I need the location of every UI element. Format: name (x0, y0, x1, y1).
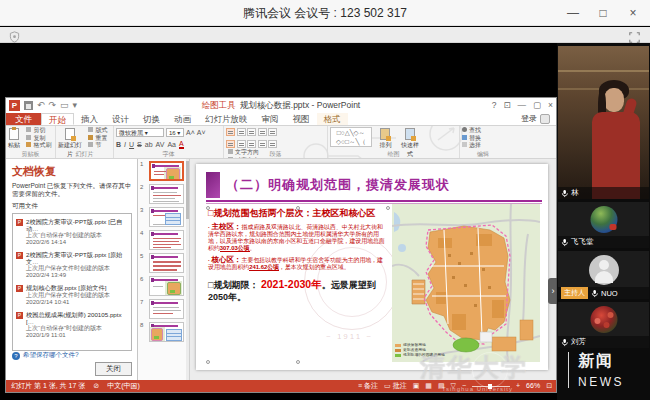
redo-icon[interactable]: ↷ (49, 99, 57, 112)
recovery-help-link[interactable]: ? 希望保存哪个文件? (12, 351, 79, 360)
format-painter-button[interactable]: 格式刷 (26, 142, 51, 150)
strikethrough-button[interactable]: S (137, 141, 142, 148)
recovery-file-item[interactable]: P 2校园院方案审议-PPT版.pptx [已自动… 上次“自动保存”时创建的版… (15, 216, 129, 249)
justify-button[interactable] (258, 140, 267, 148)
tab-file[interactable]: 文件 (6, 113, 41, 125)
recovery-file-item[interactable]: P 校园总规成果(规划师) 200105.pptx [… 上次“自动保存”时创建… (15, 309, 129, 342)
ppt-file-icon: P (16, 252, 23, 259)
layout-button[interactable]: 版式 (88, 127, 107, 135)
selection-handle[interactable] (386, 206, 390, 210)
line-spacing-button[interactable] (268, 128, 277, 136)
sign-in[interactable]: 登录 (521, 113, 550, 124)
columns-button[interactable] (268, 140, 277, 148)
thumbnail-slide-1[interactable]: 1 (140, 161, 184, 181)
cut-button[interactable]: 剪切 (26, 127, 51, 135)
thumbnail-slide-6[interactable]: 6 (140, 276, 184, 296)
ppt-minimize-icon[interactable]: — (518, 98, 527, 113)
accessibility-icon[interactable]: ⊘ (93, 380, 99, 392)
thumbnail-slide-7[interactable]: 7 (140, 299, 184, 319)
minimize-icon[interactable]: — (558, 0, 588, 26)
reset-button[interactable]: 重置 (88, 135, 107, 143)
selection-handle[interactable] (296, 360, 300, 364)
select-button[interactable]: 选择 (462, 142, 504, 150)
bullets-button[interactable] (226, 128, 235, 136)
maximize-icon[interactable]: □ (588, 0, 618, 26)
align-left-button[interactable] (226, 140, 235, 148)
selection-handle[interactable] (206, 206, 210, 210)
align-center-button[interactable] (237, 140, 246, 148)
tab-insert[interactable]: 插入 (74, 113, 105, 125)
thumbnail-slide-8[interactable]: 8 (140, 322, 184, 342)
undo-icon[interactable]: ↶ (37, 99, 45, 112)
paste-button[interactable]: 粘贴 (8, 127, 20, 150)
ppt-restore-icon[interactable]: ▢ (533, 98, 541, 113)
recovery-file-item[interactable]: P 2校园院方案审议-PPT版.pptx [原始文… 上次用户保存文件时创建的版… (15, 249, 129, 282)
ppt-title: 绘图工具规划核心数据.pptx - PowerPoint (126, 98, 436, 113)
font-color-button[interactable]: A (179, 140, 184, 149)
tab-format[interactable]: 格式 (317, 113, 348, 125)
participant-video-tile[interactable]: 飞飞堂 (558, 202, 649, 248)
shadow-button[interactable]: ab (145, 141, 153, 148)
replace-button[interactable]: 替换 (462, 135, 504, 143)
save-icon[interactable] (24, 101, 33, 110)
participant-video-tile[interactable]: 主持人 NUO (558, 251, 649, 299)
slide-sorter-icon[interactable]: ▦ (425, 380, 432, 392)
selection-handle[interactable] (206, 360, 210, 364)
tab-home[interactable]: 开始 (41, 113, 74, 125)
bold-button[interactable]: B (116, 141, 121, 148)
indent-decrease-button[interactable] (247, 128, 256, 136)
font-name-combo[interactable]: 微软雅黑 ▾ (116, 128, 164, 137)
align-right-button[interactable] (247, 140, 256, 148)
tab-slideshow[interactable]: 幻灯片放映 (198, 113, 255, 125)
participant-video-tile[interactable]: 林 (558, 46, 649, 199)
recovery-file-item[interactable]: P 规划核心数据.pptx [原始文件] 上次用户保存文件时创建的版本 2020… (15, 282, 129, 309)
thumbnail-slide-2[interactable]: 2 (140, 184, 184, 204)
ppt-close-icon[interactable]: × (548, 98, 553, 113)
thumbnail-slide-3[interactable]: 3 (140, 207, 184, 227)
language-status[interactable]: 中文(中国) (107, 380, 140, 392)
tab-review[interactable]: 审阅 (255, 113, 286, 125)
qat-dropdown-icon[interactable]: ▾ (73, 99, 78, 112)
italic-button[interactable]: I (124, 141, 126, 148)
comments-toggle[interactable]: ▭ 批注 (384, 380, 407, 392)
spacing-button[interactable]: AV (156, 141, 165, 148)
shapes-gallery[interactable]: □○△╲◇～ ◇○□～╲（ (330, 127, 372, 147)
fit-slide-icon[interactable]: ⊡ (546, 380, 552, 392)
tab-animations[interactable]: 动画 (167, 113, 198, 125)
tab-transitions[interactable]: 切换 (136, 113, 167, 125)
notes-toggle[interactable]: ≡ 备注 (358, 380, 378, 392)
recovery-close-button[interactable]: 关闭 (95, 362, 132, 376)
participant-avatar (590, 206, 617, 233)
zoom-out-icon[interactable]: − (462, 380, 466, 392)
ribbon-options-icon[interactable]: ⊡ (503, 98, 510, 113)
close-icon[interactable]: × (618, 0, 648, 26)
selection-handle[interactable] (296, 206, 300, 210)
font-size-combo[interactable]: 16 ▾ (166, 128, 184, 137)
slide-body-textbox[interactable]: □规划范围包括两个层次：主校区和核心区 · 主校区：指成府路及双清路以北、荷清路… (208, 208, 388, 303)
arrange-button[interactable]: 排列 (376, 127, 394, 150)
zoom-in-icon[interactable]: + (516, 380, 520, 392)
case-button[interactable]: Aa (167, 141, 176, 148)
indent-increase-button[interactable] (258, 128, 267, 136)
grow-font-icon[interactable]: A˄ (186, 129, 195, 136)
numbering-button[interactable] (237, 128, 246, 136)
underline-button[interactable]: U (129, 141, 134, 148)
reading-view-icon[interactable]: ▤ (438, 380, 445, 392)
help-icon[interactable]: ? (492, 98, 497, 113)
tab-view[interactable]: 视图 (286, 113, 317, 125)
slideshow-icon[interactable]: ▭ (60, 99, 69, 112)
thumbnail-number: 5 (140, 253, 147, 273)
section-button[interactable]: 节 (88, 142, 107, 150)
slideshow-view-icon[interactable]: ▽ (451, 380, 456, 392)
normal-view-icon[interactable]: ▣ (413, 380, 420, 392)
thumbnail-slide-4[interactable]: 4 (140, 230, 184, 250)
shrink-font-icon[interactable]: A˅ (197, 129, 206, 136)
tab-design[interactable]: 设计 (105, 113, 136, 125)
thumbnail-scrollbar[interactable] (186, 159, 189, 380)
find-button[interactable]: 查找 (462, 127, 504, 135)
zoom-level[interactable]: 66% (526, 380, 540, 392)
copy-button[interactable]: 复制 (26, 135, 51, 143)
thumbnail-slide-5[interactable]: 5 (140, 253, 184, 273)
zoom-slider[interactable] (472, 386, 510, 387)
participant-video-tile[interactable]: 刘芳 (558, 302, 649, 348)
